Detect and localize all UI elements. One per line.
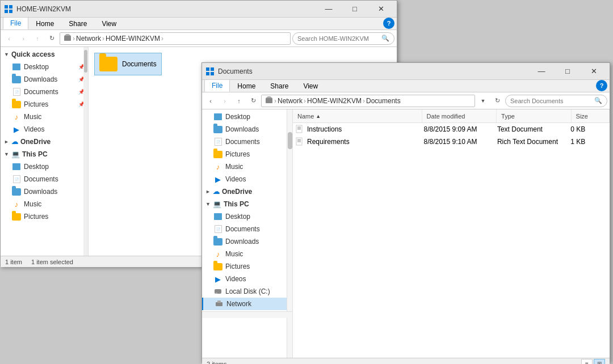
up-button-2[interactable]: ↑ [233,95,245,107]
sidebar-h-scrollbar-2[interactable] [202,311,292,318]
sidebar-item-videos-qa-1[interactable]: ▶ Videos [1,123,88,136]
sidebar-label-documents-pc-2: Documents [225,225,260,233]
svg-rect-13 [216,293,217,294]
table-row[interactable]: Instructions 8/8/2015 9:09 AM Text Docum… [293,123,610,136]
tab-view-1[interactable]: View [94,17,124,29]
documents-icon-qa-1: 📄 [12,87,21,96]
pictures-icon-2 [213,150,222,159]
file-size-requirements: 1 KB [570,138,607,146]
sidebar-item-music-pc-2[interactable]: ♪ Music [202,248,292,260]
path-network-2[interactable]: Network [278,97,303,105]
address-dropdown-2[interactable]: ▼ [477,95,489,107]
search-box-1[interactable]: 🔍 [292,32,394,45]
minimize-button-2[interactable]: — [529,64,554,79]
refresh-button-2[interactable]: ↻ [247,95,259,107]
folder-item-documents[interactable]: Documents [94,53,162,75]
forward-button-1[interactable]: › [17,32,30,45]
content-area-2: Desktop Downloads 📄 Documents [202,109,610,358]
sidebar-onedrive-label-2: OneDrive [222,188,252,196]
col-header-type[interactable]: Type [497,109,572,122]
back-button-2[interactable]: ‹ [204,95,217,107]
sidebar-item-downloads-qa-1[interactable]: Downloads 📌 [1,73,88,86]
address-path-1[interactable]: › Network › HOME-WIN2KVM › [60,32,291,45]
search-input-2[interactable] [510,98,594,104]
view-list-btn[interactable]: ⊞ [594,359,605,365]
sidebar-item-videos-2[interactable]: ▶ Videos [202,173,292,185]
minimize-button-1[interactable]: — [316,1,341,17]
maximize-button-1[interactable]: □ [342,1,367,17]
col-header-date[interactable]: Date modified [422,109,497,122]
sidebar-quick-access-1[interactable]: ▼ Quick access [1,48,88,61]
pictures-icon-pc-1 [12,212,21,221]
sidebar-item-desktop-pc-2[interactable]: Desktop [202,210,292,223]
file-date-requirements: 8/8/2015 9:10 AM [423,138,497,146]
sidebar-item-music-qa-1[interactable]: ♪ Music [1,111,88,123]
sidebar-item-desktop-pc-1[interactable]: Desktop [1,160,88,173]
sidebar-label-desktop-2: Desktop [225,113,250,121]
tab-share-2[interactable]: Share [263,79,296,92]
help-button-1[interactable]: ? [383,18,394,29]
address-path-2[interactable]: › Network › HOME-WIN2KVM › Documents [261,95,475,107]
maximize-button-2[interactable]: □ [555,64,580,79]
tab-file-2[interactable]: File [204,79,230,92]
sidebar-item-documents-pc-1[interactable]: 📄 Documents [1,173,88,185]
sidebar-item-videos-pc-2[interactable]: ▶ Videos [202,273,292,285]
view-details-btn[interactable]: ≡ [581,359,593,365]
svg-rect-3 [9,10,12,13]
col-header-size[interactable]: Size [572,109,610,122]
up-button-1[interactable]: ↑ [31,32,44,45]
table-row[interactable]: Requirements 8/8/2015 9:10 AM Rich Text … [293,136,610,148]
col-name-label: Name [297,113,314,120]
tab-home-2[interactable]: Home [230,79,263,92]
col-size-label: Size [576,113,588,120]
file-icon-requirements [295,137,304,146]
svg-rect-8 [206,72,209,75]
close-button-1[interactable]: ✕ [368,1,393,17]
sidebar-scrollbar-2[interactable] [287,109,292,358]
close-button-2[interactable]: ✕ [581,64,606,79]
refresh-button-1[interactable]: ↻ [45,32,58,45]
help-button-2[interactable]: ? [596,80,607,91]
sidebar-item-pictures-qa-1[interactable]: Pictures 📌 [1,98,88,111]
chevron-onedrive-2: ► [205,189,211,194]
sidebar-item-pictures-2[interactable]: Pictures [202,148,292,160]
file-list-2: Name ▲ Date modified Type Size Instructi… [293,109,610,358]
search-input-1[interactable] [297,35,381,42]
sidebar-item-desktop-qa-1[interactable]: Desktop 📌 [1,61,88,73]
thispc-icon-1: 💻 [11,150,20,158]
sidebar-item-pictures-pc-1[interactable]: Pictures [1,210,88,223]
sidebar-item-documents-qa-1[interactable]: 📄 Documents 📌 [1,86,88,98]
path-network-1[interactable]: Network [76,35,101,43]
sidebar-item-music-2[interactable]: ♪ Music [202,160,292,173]
col-header-name[interactable]: Name ▲ [293,109,422,122]
tab-home-1[interactable]: Home [28,17,61,29]
path-documents-2[interactable]: Documents [366,97,401,105]
sidebar-thispc-2[interactable]: ▼ 💻 This PC [202,198,292,210]
sidebar-item-desktop-2[interactable]: Desktop [202,111,292,123]
sidebar-item-downloads-2[interactable]: Downloads [202,123,292,136]
sidebar-item-downloads-pc-2[interactable]: Downloads [202,235,292,248]
sidebar-item-localdisk-2[interactable]: Local Disk (C:) [202,285,292,298]
sidebar-thispc-1[interactable]: ▼ 💻 This PC [1,148,88,160]
sidebar-scrollbar-1[interactable] [83,47,88,256]
tab-share-1[interactable]: Share [61,17,94,29]
music-icon-pc-1: ♪ [12,200,21,209]
sidebar-item-downloads-pc-1[interactable]: Downloads [1,185,88,198]
sidebar-item-documents-pc-2[interactable]: 📄 Documents [202,223,292,235]
tab-file-1[interactable]: File [3,17,28,29]
file-name-requirements: Requirements [307,138,350,146]
back-button-1[interactable]: ‹ [3,32,15,45]
address-refresh-2[interactable]: ↻ [491,95,503,107]
tab-view-2[interactable]: View [296,79,325,92]
sidebar-item-pictures-pc-2[interactable]: Pictures [202,260,292,273]
sidebar-onedrive-1[interactable]: ► ☁ OneDrive [1,136,88,148]
sidebar-item-music-pc-1[interactable]: ♪ Music [1,198,88,210]
forward-button-2[interactable]: › [219,95,231,107]
path-computer-2[interactable]: HOME-WIN2KVM [307,97,362,105]
sidebar-onedrive-2[interactable]: ► ☁ OneDrive [202,185,292,198]
sidebar-item-network-2[interactable]: Network [202,298,292,310]
path-computer-1[interactable]: HOME-WIN2KVM [106,35,160,43]
search-box-2[interactable]: 🔍 [505,95,607,107]
sidebar-item-documents-2[interactable]: 📄 Documents [202,136,292,148]
music-icon-pc-2: ♪ [213,249,222,259]
